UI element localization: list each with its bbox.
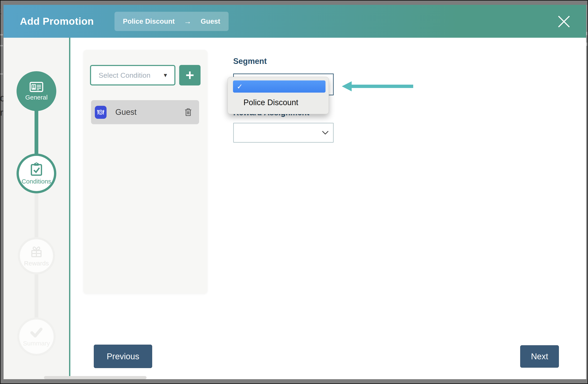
trash-icon[interactable] [184,108,192,116]
background-scrollbar[interactable] [586,5,587,379]
background-scrollbar-mark [586,43,587,46]
previous-button[interactable]: Previous [94,345,152,368]
background-scrollbar-mark [586,32,587,35]
breadcrumb-to: Guest [201,17,220,25]
sidebar-divider [69,38,70,379]
segment-option-blank[interactable]: ✓ [233,80,326,92]
stepper-step-conditions[interactable]: Conditions [17,154,56,193]
modal-header: Add Promotion Police Discount → Guest [3,5,586,38]
segment-option-label: Police Discount [243,98,298,107]
chevron-down-icon [322,131,329,135]
select-condition-placeholder: Select Condition [99,71,163,79]
next-button[interactable]: Next [520,345,559,368]
gift-icon [30,245,43,258]
dining-icon [95,106,106,119]
condition-item-label: Guest [115,108,184,117]
reward-assignment-select[interactable] [233,123,334,143]
background-edge-mark [0,73,3,75]
check-icon [29,327,43,338]
background-text-fragment: S [0,6,1,19]
background-text-fragment: r [0,107,3,118]
add-promotion-modal: Add Promotion Police Discount → Guest [3,5,586,379]
annotation-arrow-left-icon [342,81,414,91]
id-card-icon [29,82,43,92]
breadcrumb: Police Discount → Guest [114,12,229,31]
stepper-connector [35,274,38,320]
check-icon: ✓ [237,82,243,91]
stepper-step-label: Summary [23,340,50,346]
caret-down-icon: ▼ [163,72,168,79]
stepper-step-summary[interactable]: Summary [17,317,56,356]
stepper-step-general[interactable]: General [17,71,56,111]
background-edge-mark [0,34,3,35]
close-icon [557,15,571,28]
segment-option-police-discount[interactable]: Police Discount [233,95,326,110]
conditions-panel: Select Condition ▼ + Guest [83,50,208,294]
stepper-step-label: General [25,94,48,101]
modal-title: Add Promotion [20,5,94,38]
add-condition-button[interactable]: + [179,65,201,86]
clipboard-check-icon [30,162,42,176]
segment-dropdown-popup: ✓ Police Discount [228,77,329,114]
stepper-step-label: Conditions [21,178,51,184]
close-button[interactable] [556,14,571,29]
segment-label: Segment [233,57,267,66]
sidebar-scrollbar[interactable] [44,376,147,379]
breadcrumb-arrow-icon: → [184,17,191,26]
screenshot-root: S d r Add Promotion Police Discount → Gu… [0,0,588,384]
breadcrumb-from: Police Discount [123,17,175,25]
stepper-connector [35,108,38,158]
stepper-connector [35,193,38,240]
select-condition-dropdown[interactable]: Select Condition ▼ [90,65,175,86]
background-edge-mark [0,45,3,46]
condition-item-guest[interactable]: Guest [91,100,199,124]
stepper-step-label: Rewards [24,260,49,267]
stepper-step-rewards[interactable]: Rewards [18,237,55,274]
